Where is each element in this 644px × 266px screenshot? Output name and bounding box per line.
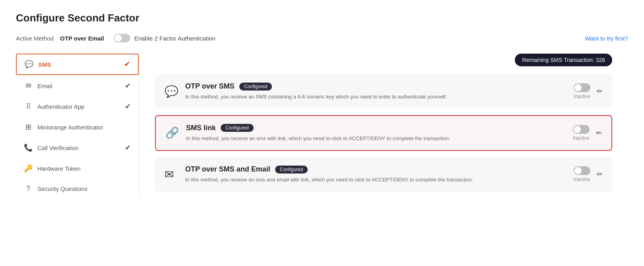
content-area: Remaining SMS Transaction: 326 💬OTP over…	[139, 54, 628, 199]
otp-over-sms-status-label: Inactive	[574, 94, 590, 99]
sidebar-item-call-verification[interactable]: 📞Call Verification✔	[16, 138, 139, 158]
otp-over-sms-email-toggle[interactable]	[574, 166, 590, 175]
method-card-otp-over-sms: 💬OTP over SMSConfiguredIn this method, y…	[155, 74, 612, 109]
2fa-toggle[interactable]	[114, 34, 130, 42]
authenticator-app-icon: ⠿	[24, 102, 33, 111]
sms-link-info: SMS linkConfiguredIn this method, you re…	[186, 124, 565, 143]
sms-link-edit-icon[interactable]: ✏	[596, 129, 602, 137]
otp-over-sms-email-edit-icon[interactable]: ✏	[597, 170, 603, 179]
otp-over-sms-email-actions: Inactive	[574, 166, 590, 182]
sidebar-label-miniorange-auth: Miniorange Authenticator	[37, 124, 131, 131]
otp-over-sms-title: OTP over SMS	[185, 82, 235, 91]
sidebar-item-security-questions[interactable]: ?Security Questions	[16, 179, 139, 199]
method-card-sms-link: 🔗SMS linkConfiguredIn this method, you r…	[155, 115, 612, 151]
otp-over-sms-description: In this method, you receive an SMS conta…	[185, 93, 566, 101]
otp-over-sms-email-title-row: OTP over SMS and EmailConfigured	[185, 165, 566, 173]
check-icon-email: ✔	[125, 81, 131, 90]
sidebar-item-miniorange-auth[interactable]: ⊞Miniorange Authenticator	[16, 117, 139, 137]
call-verification-icon: 📞	[24, 143, 33, 152]
sidebar-item-hardware-token[interactable]: 🔑Hardware Token	[16, 158, 139, 178]
otp-over-sms-email-description: In this method, you receive an sms and e…	[185, 176, 566, 184]
sidebar-label-sms: SMS	[38, 61, 119, 68]
sms-link-icon: 🔗	[165, 126, 181, 139]
sidebar-label-email: Email	[37, 83, 120, 89]
method-card-otp-over-sms-email: ✉OTP over SMS and EmailConfiguredIn this…	[155, 157, 612, 192]
main-layout: 💬SMS✔✉Email✔⠿Authenticator App✔⊞Minioran…	[16, 54, 628, 199]
active-method-label: Active Method	[16, 35, 54, 42]
sidebar-label-call-verification: Call Verification	[37, 145, 120, 151]
sidebar: 💬SMS✔✉Email✔⠿Authenticator App✔⊞Minioran…	[16, 54, 139, 199]
email-icon: ✉	[24, 81, 33, 90]
otp-over-sms-configured-badge: Configured	[239, 83, 272, 91]
otp-over-sms-actions: Inactive	[574, 83, 590, 99]
sidebar-item-email[interactable]: ✉Email✔	[16, 76, 139, 96]
otp-over-sms-email-status-label: Inactive	[574, 177, 590, 182]
sidebar-item-authenticator-app[interactable]: ⠿Authenticator App✔	[16, 96, 139, 116]
top-bar: Active Method OTP over Email Enable 2 Fa…	[16, 34, 628, 42]
otp-over-sms-edit-icon[interactable]: ✏	[597, 87, 603, 96]
otp-over-sms-toggle[interactable]	[574, 83, 590, 92]
otp-over-sms-email-configured-badge: Configured	[275, 166, 308, 173]
check-icon-authenticator-app: ✔	[125, 102, 131, 111]
otp-over-sms-email-icon: ✉	[165, 168, 180, 181]
sidebar-label-hardware-token: Hardware Token	[37, 165, 131, 172]
miniorange-auth-icon: ⊞	[24, 123, 33, 131]
want-to-try-link[interactable]: Want to try first?	[585, 35, 628, 42]
page-container: Configure Second Factor Active Method OT…	[0, 0, 644, 211]
sms-link-description: In this method, you receive an sms with …	[186, 135, 565, 143]
sms-link-status-label: Inactive	[573, 135, 589, 141]
2fa-toggle-label: Enable 2 Factor Authentication	[134, 35, 215, 42]
sms-link-actions: Inactive	[573, 125, 590, 141]
security-questions-icon: ?	[24, 185, 33, 193]
check-icon-call-verification: ✔	[125, 143, 131, 152]
hardware-token-icon: 🔑	[24, 164, 33, 173]
sms-link-title: SMS link	[186, 124, 216, 132]
otp-over-sms-title-row: OTP over SMSConfigured	[185, 82, 566, 91]
sms-icon: 💬	[25, 60, 33, 69]
2fa-toggle-container: Enable 2 Factor Authentication	[114, 34, 215, 42]
sms-link-configured-badge: Configured	[221, 124, 254, 132]
check-icon-sms: ✔	[124, 60, 130, 69]
sidebar-label-security-questions: Security Questions	[37, 185, 131, 192]
otp-over-sms-info: OTP over SMSConfiguredIn this method, yo…	[185, 82, 566, 101]
active-method-value: OTP over Email	[60, 35, 104, 42]
otp-over-sms-icon: 💬	[165, 85, 180, 98]
otp-over-sms-email-info: OTP over SMS and EmailConfiguredIn this …	[185, 165, 566, 184]
sms-link-toggle[interactable]	[573, 125, 590, 134]
sidebar-label-authenticator-app: Authenticator App	[37, 103, 120, 110]
sms-transaction-badge: Remaining SMS Transaction: 326	[515, 54, 612, 66]
sidebar-item-sms[interactable]: 💬SMS✔	[16, 54, 139, 75]
sms-link-title-row: SMS linkConfigured	[186, 124, 565, 132]
page-title: Configure Second Factor	[16, 12, 628, 24]
otp-over-sms-email-title: OTP over SMS and Email	[185, 165, 270, 173]
